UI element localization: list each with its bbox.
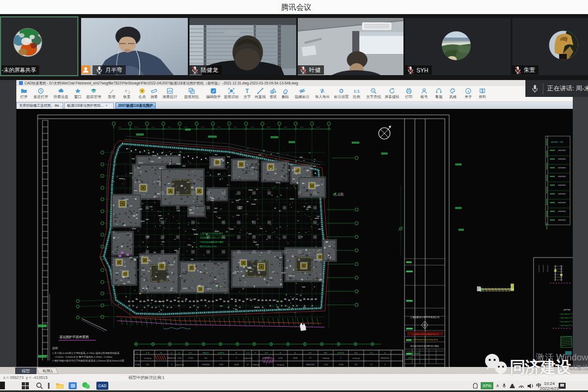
svg-text:31500: 31500 (184, 126, 188, 128)
svg-text:桩顶标高: 桩顶标高 (337, 352, 344, 354)
svg-text:Φ800@1000: Φ800@1000 (167, 357, 176, 359)
svg-text:31500: 31500 (168, 126, 171, 128)
svg-text:2.围护结构沿线塔吊位置结构留洞,标高其上200mm,留设2: 2.围护结构沿线塔吊位置结构留洞,标高其上200mm,留设200mm过梁. (52, 359, 125, 363)
svg-text:钻孔灌注桩: 钻孔灌注桩 (352, 357, 360, 359)
svg-text:径: 径 (171, 352, 173, 354)
svg-text:上海勘察设计研究院(集团)有限公司: 上海勘察设计研究院(集团)有限公司 (412, 333, 438, 335)
svg-text:31500: 31500 (118, 126, 122, 128)
svg-text:-6.700: -6.700 (219, 364, 223, 366)
svg-text:-3.200m~-3.400m左右,整平后场地在-0.300: -3.200m~-3.400m左右,整平后场地在-0.300m~-0.500m; (54, 356, 113, 359)
svg-text:有效: 有效 (324, 352, 327, 354)
svg-text:坑底相对标高见图中标注: 坑底相对标高见图中标注 (199, 241, 224, 244)
svg-text:-27.200: -27.200 (188, 357, 193, 359)
svg-text:序: 序 (137, 352, 138, 354)
svg-text:31500: 31500 (134, 126, 138, 128)
svg-text:桩长: 桩长 (308, 352, 312, 354)
svg-text:31500: 31500 (217, 126, 221, 128)
svg-text:Φ800@1000: Φ800@1000 (381, 357, 389, 359)
svg-text:-18.400: -18.400 (292, 357, 298, 359)
svg-text:名称: 名称 (265, 352, 268, 354)
svg-text:大直径钻孔桩: 大直径钻孔桩 (175, 364, 183, 366)
svg-text:备 注: 备 注 (246, 352, 250, 354)
svg-text:-27.200: -27.200 (338, 364, 344, 366)
svg-text:1.图示说明文字行: 1.图示说明文字行 (560, 313, 573, 315)
svg-text:31500: 31500 (284, 126, 287, 128)
svg-text:图: 图 (161, 352, 162, 354)
svg-text:31500: 31500 (316, 126, 320, 128)
svg-text:有效桩长: 有效桩长 (203, 352, 209, 354)
svg-text:序: 序 (255, 352, 256, 354)
svg-text:9: 9 (236, 357, 237, 359)
svg-text:31500: 31500 (267, 126, 271, 128)
svg-text:图: 图 (280, 352, 281, 354)
svg-text:围护结构一览表: 围护结构一览表 (551, 141, 564, 143)
svg-text:31500: 31500 (201, 126, 205, 128)
svg-text:名 称: 名 称 (146, 352, 150, 354)
svg-text:31500: 31500 (151, 126, 155, 128)
svg-text:23.5: 23.5 (354, 364, 358, 366)
svg-text:桩长: 桩长 (188, 352, 192, 354)
svg-text:桩: 桩 (294, 352, 296, 354)
svg-text:1.图示说明文字行: 1.图示说明文字行 (560, 321, 573, 323)
svg-text:备: 备 (384, 352, 386, 354)
svg-text:图号: 图号 (408, 357, 412, 359)
svg-text:桩顶标高: 桩顶标高 (217, 352, 224, 354)
svg-text:31500: 31500 (234, 126, 237, 128)
svg-text:1.图示说明文字行: 1.图示说明文字行 (560, 317, 573, 319)
svg-text:基坑围护平面布置图: 基坑围护平面布置图 (59, 335, 89, 339)
svg-text:1.本工程±0.000相当于绝对标高+3.700m,场地自然: 1.本工程±0.000相当于绝对标高+3.700m,场地自然地面相对标高 (52, 352, 119, 355)
svg-text:3.7: 3.7 (309, 357, 311, 359)
svg-text:31500: 31500 (300, 126, 304, 128)
svg-text:1: 1 (340, 357, 341, 359)
svg-text:-27.200: -27.200 (134, 364, 140, 366)
svg-text:水泥搅拌桩: 水泥搅拌桩 (252, 364, 259, 366)
svg-text:-6.700: -6.700 (278, 357, 283, 359)
svg-text:1:1: 1:1 (220, 357, 222, 359)
svg-text:上海信息(23-9)地块项目: 上海信息(23-9)地块项目 (199, 232, 223, 235)
svg-text:Φ800@1000: Φ800@1000 (306, 364, 315, 366)
svg-text:数: 数 (236, 352, 237, 354)
svg-text:-1.50: -1.50 (338, 193, 344, 195)
svg-text:9: 9 (171, 364, 172, 366)
svg-text:-1.700: -1.700 (323, 364, 328, 366)
svg-text:桩: 桩 (178, 352, 180, 354)
svg-text:Φ700@900: Φ700@900 (202, 364, 210, 366)
svg-text:钻孔灌注桩: 钻孔灌注桩 (143, 357, 151, 359)
svg-text:1: 1 (266, 364, 267, 366)
svg-text:杨浦区118街坊基坑围护设计图纸: 杨浦区118街坊基坑围护设计图纸 (410, 345, 439, 347)
svg-text:31500: 31500 (250, 126, 254, 128)
svg-text:3.7: 3.7 (247, 364, 249, 366)
svg-text:1: 1 (137, 357, 138, 359)
svg-text:围护详图: 围护详图 (564, 309, 571, 311)
svg-text:SGIDI Engineering Consulting G: SGIDI Engineering Consulting Group (413, 339, 438, 341)
svg-text:水泥搅拌桩: 水泥搅拌桩 (322, 357, 329, 359)
svg-text:23.5: 23.5 (146, 364, 149, 366)
svg-text:基坑围护平面图: 基坑围护平面图 (408, 352, 420, 354)
svg-text:说明:: 说明: (52, 346, 58, 350)
svg-text:-1.700: -1.700 (177, 357, 181, 359)
svg-text:23.5: 23.5 (204, 357, 207, 359)
svg-text:1.图示说明文字行: 1.图示说明文字行 (560, 324, 573, 327)
svg-text:-18.400: -18.400 (234, 364, 239, 366)
svg-text:1:1: 1:1 (370, 364, 372, 366)
svg-text:上海勘察设计研究院有限公司: 上海勘察设计研究院有限公司 (410, 316, 439, 318)
svg-text:围护(坑)内=-0.4m: 围护(坑)内=-0.4m (200, 245, 217, 248)
svg-text:数量: 数量 (354, 352, 358, 354)
svg-text:大直径钻孔桩: 大直径钻孔桩 (243, 357, 252, 359)
svg-text:钻孔灌注桩: 钻孔灌注桩 (276, 364, 284, 366)
svg-text:备注: 备注 (370, 352, 373, 354)
svg-text:9: 9 (384, 364, 385, 366)
